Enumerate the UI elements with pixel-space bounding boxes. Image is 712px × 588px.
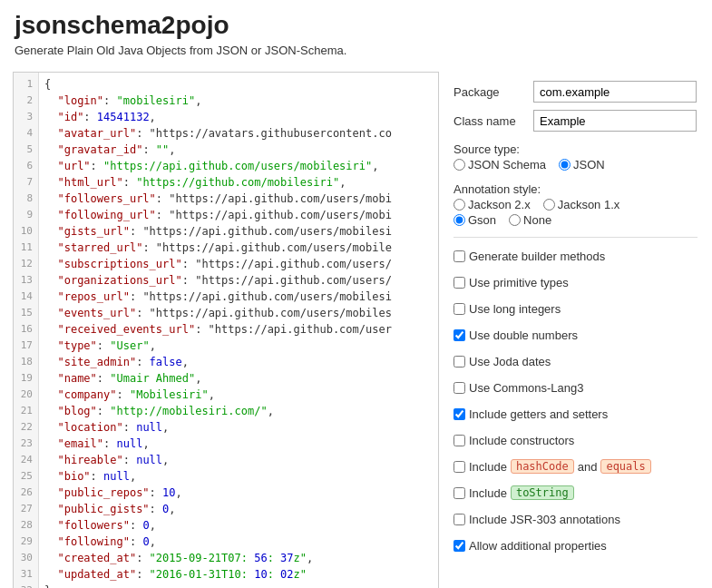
incl-constr-label[interactable]: Include constructors [469,434,574,447]
incl-tostring-label: Include toString [469,485,574,500]
annotation-jackson1-radio[interactable] [543,199,555,211]
annotation-gson-option[interactable]: Gson [454,213,496,227]
use-commons-row: Use Commons-Lang3 [454,377,697,397]
incl-constr-row: Include constructors [454,430,697,450]
page-subtitle: Generate Plain Old Java Objects from JSO… [15,44,697,57]
incl-hashcode-checkbox[interactable] [454,461,465,473]
json-content[interactable]: { "login": "mobilesiri", "id": 14541132,… [39,73,397,588]
package-label: Package [454,85,526,99]
use-commons-checkbox[interactable] [454,382,465,394]
annotation-none-option[interactable]: None [509,213,551,227]
incl-jsr303-row: Include JSR-303 annotations [454,509,697,529]
page-title: jsonschema2pojo [15,11,697,40]
allow-additional-row: Allow additional properties [454,535,697,555]
source-json-schema-label: JSON Schema [468,158,546,172]
annotation-jackson2-label: Jackson 2.x [468,198,531,211]
line-numbers: 1234567891011121314151617181920212223242… [14,73,39,588]
annotation-none-label: None [523,213,551,227]
incl-getset-row: Include getters and setters [454,404,697,424]
incl-getset-label[interactable]: Include getters and setters [469,407,608,421]
use-double-row: Use double numbers [454,325,697,345]
source-json-schema-radio[interactable] [454,159,465,171]
divider [454,237,697,238]
hashcode-badge: hashCode [511,459,574,474]
incl-constr-checkbox[interactable] [454,435,465,446]
use-primitive-checkbox[interactable] [454,277,465,289]
json-editor-panel: 1234567891011121314151617181920212223242… [13,72,439,588]
options-panel: Package Class name Source type: JSON Sch… [439,72,712,588]
classname-input[interactable] [533,110,697,132]
gen-builder-checkbox[interactable] [454,250,465,262]
annotation-gson-radio[interactable] [454,214,465,226]
incl-jsr303-label[interactable]: Include JSR-303 annotations [469,513,620,526]
main-content: 1234567891011121314151617181920212223242… [0,72,712,588]
incl-tostring-checkbox[interactable] [454,487,465,499]
allow-additional-label[interactable]: Allow additional properties [469,539,607,553]
source-json-label: JSON [573,158,605,172]
annotation-jackson2-radio[interactable] [454,199,465,211]
use-primitive-row: Use primitive types [454,272,697,292]
annotation-gson-label: Gson [468,213,496,227]
include-text-1: Include [469,460,507,474]
annotation-jackson1-option[interactable]: Jackson 1.x [543,198,620,211]
incl-hashcode-label: Include hashCode and equals [469,459,651,474]
use-long-label[interactable]: Use long integers [469,302,561,316]
annotation-style-group: Jackson 2.x Jackson 1.x [454,198,697,211]
package-row: Package [454,81,697,103]
use-commons-label[interactable]: Use Commons-Lang3 [469,381,583,395]
source-type-group: JSON Schema JSON [454,158,697,172]
use-joda-checkbox[interactable] [454,356,465,368]
equals-badge: equals [600,459,650,474]
source-type-section: Source type: JSON Schema JSON [454,139,697,173]
tostring-badge: toString [511,485,574,500]
and-text: and [578,460,598,474]
annotation-style-label: Annotation style: [454,182,697,196]
incl-jsr303-checkbox[interactable] [454,514,465,525]
use-primitive-label[interactable]: Use primitive types [469,276,569,289]
use-long-row: Use long integers [454,299,697,318]
incl-hashcode-row: Include hashCode and equals [454,456,697,476]
use-double-label[interactable]: Use double numbers [469,328,578,342]
source-json-radio[interactable] [559,159,571,171]
allow-additional-checkbox[interactable] [454,540,465,552]
use-joda-row: Use Joda dates [454,351,697,371]
incl-tostring-row: Include toString [454,483,697,503]
include-text-2: Include [469,486,507,500]
gen-builder-row: Generate builder methods [454,246,697,266]
use-double-checkbox[interactable] [454,329,465,341]
gen-builder-label[interactable]: Generate builder methods [469,250,605,263]
classname-row: Class name [454,110,697,132]
package-input[interactable] [533,81,697,103]
annotation-style-section: Annotation style: Jackson 2.x Jackson 1.… [454,179,697,229]
source-type-label: Source type: [454,142,697,156]
use-joda-label[interactable]: Use Joda dates [469,355,551,368]
annotation-jackson2-option[interactable]: Jackson 2.x [454,198,531,211]
classname-label: Class name [454,114,526,128]
source-json-option[interactable]: JSON [559,158,605,172]
annotation-jackson1-label: Jackson 1.x [558,198,620,211]
page-header: jsonschema2pojo Generate Plain Old Java … [0,0,712,72]
annotation-none-radio[interactable] [509,214,521,226]
source-json-schema-option[interactable]: JSON Schema [454,158,546,172]
annotation-style-group2: Gson None [454,213,697,227]
use-long-checkbox[interactable] [454,303,465,315]
incl-getset-checkbox[interactable] [454,408,465,420]
